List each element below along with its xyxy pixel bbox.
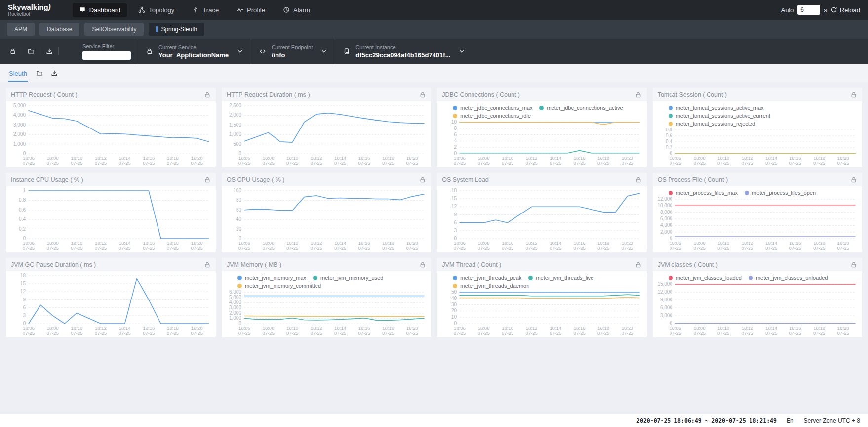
lock-icon[interactable] [204,91,211,98]
selector-current-instance[interactable]: Current Instancedf5cc29cca094af4b165d740… [335,39,473,64]
tab-tool-download-icon[interactable] [51,70,58,77]
legend-item-meter-jvm-classes-loaded[interactable]: meter_jvm_classes_loaded [669,275,742,281]
dashboard-tab-row: Sleuth [0,64,868,82]
legend-dot [528,276,533,280]
selector-current-service[interactable]: Current ServiceYour_ApplicationName [138,39,251,64]
time-range[interactable]: 2020-07-25 18:06:49 ~ 2020-07-25 18:21:4… [636,417,777,424]
nav-item-profile[interactable]: Profile [230,3,272,17]
svg-text:07-25: 07-25 [238,160,250,166]
legend-item-meter-jvm-memory-max[interactable]: meter_jvm_memory_max [237,275,306,281]
chevron-down-icon [321,48,327,54]
legend-item-meter-process-files-open[interactable]: meter_process_files_open [745,190,816,196]
svg-text:07-25: 07-25 [71,245,82,251]
legend-item-meter-tomcat-sessions-active-max[interactable]: meter_tomcat_sessions_active_max [669,105,856,111]
svg-text:12: 12 [20,289,26,294]
svg-text:07-25: 07-25 [334,245,346,251]
tool-download-icon[interactable] [40,39,58,64]
dashboard-page-database[interactable]: Database [39,23,79,36]
server-zone[interactable]: Server Zone UTC + 8 [804,417,860,424]
selector-value: Your_ApplicationName [158,51,229,59]
svg-text:0.6: 0.6 [19,207,26,213]
legend-item-meter-process-files-max[interactable]: meter_process_files_max [669,190,738,196]
svg-text:07-25: 07-25 [741,245,753,251]
line-chart-canvas[interactable]: 5,0004,0003,0002,0001,000018:0607-2518:0… [7,102,214,166]
dashboard-page-apm[interactable]: APM [7,23,35,36]
chart-panel-os-process-file-count: OS Process File ( Count )meter_process_f… [653,173,862,252]
legend-item-meter-jdbc-connections-idle[interactable]: meter_jdbc_connections_idle [453,113,530,119]
tab-tool-folder-icon[interactable] [36,70,43,77]
legend-item-meter-jvm-threads-live[interactable]: meter_jvm_threads_live [528,275,593,281]
alarm-icon [283,6,290,13]
legend-item-meter-jdbc-connections-active[interactable]: meter_jdbc_connections_active [539,105,623,111]
line-chart-canvas[interactable]: 10.80.60.40.2018:0607-2518:0807-2518:100… [7,187,214,251]
auto-interval-input[interactable] [797,5,820,15]
line-chart-canvas[interactable]: 0.80.60.40.2018:0607-2518:0807-2518:1007… [654,127,860,166]
lock-icon[interactable] [419,261,426,268]
line-chart-canvas[interactable]: 15,00012,0009,0006,0003,000018:0607-2518… [654,281,860,336]
lock-icon[interactable] [850,91,857,98]
svg-text:6,000: 6,000 [660,216,672,221]
line-chart-canvas[interactable]: 5040302010018:0607-2518:0807-2518:1007-2… [438,289,644,336]
reload-button[interactable]: Reload [830,6,860,14]
svg-text:6: 6 [454,220,457,225]
panel-body: meter_tomcat_sessions_active_maxmeter_to… [653,101,862,167]
lock-icon[interactable] [850,176,857,183]
lock-icon[interactable] [419,176,426,183]
line-chart-canvas[interactable]: 181512963018:0607-2518:0807-2518:1007-25… [438,187,644,251]
svg-text:3,000: 3,000 [229,305,241,310]
legend-item-meter-jvm-memory-committed[interactable]: meter_jvm_memory_committed [237,283,321,289]
tool-lock-icon[interactable] [4,39,22,64]
selector-current-endpoint[interactable]: Current Endpoint/info [251,39,335,64]
svg-text:15,000: 15,000 [657,281,672,287]
service-filter-input[interactable] [82,51,131,60]
svg-text:07-25: 07-25 [454,245,466,251]
legend-item-meter-tomcat-sessions-active-current[interactable]: meter_tomcat_sessions_active_current [669,113,856,119]
tab-sleuth[interactable]: Sleuth [8,65,28,82]
svg-text:07-25: 07-25 [167,160,179,166]
dashboard-page-selfobservability[interactable]: SelfObservability [84,23,144,36]
legend-item-meter-tomcat-sessions-rejected[interactable]: meter_tomcat_sessions_rejected [669,121,856,127]
nav-item-topology[interactable]: Topology [132,3,181,17]
legend-item-meter-jvm-threads-peak[interactable]: meter_jvm_threads_peak [453,275,521,281]
legend-item-meter-jdbc-connections-max[interactable]: meter_jdbc_connections_max [453,105,532,111]
reload-icon[interactable] [830,6,837,13]
chart-panel-http-request-duration-ms: HTTP Request Duration ( ms )2,5002,0001,… [222,88,431,167]
lock-icon[interactable] [204,176,211,183]
language-switch[interactable]: En [787,417,794,424]
dashboard-page-spring-sleuth[interactable]: Spring-Sleuth [149,23,204,36]
lock-icon[interactable] [635,91,642,98]
line-chart-canvas[interactable]: 10080604020018:0607-2518:0807-2518:1007-… [223,187,429,251]
nav-item-alarm[interactable]: Alarm [276,3,316,17]
svg-text:3,000: 3,000 [660,313,672,318]
svg-text:07-25: 07-25 [47,245,59,251]
service-filter-block: Service Filter [80,39,138,64]
lock-icon[interactable] [204,261,211,268]
line-chart-canvas[interactable]: 108642018:0607-2518:0807-2518:1007-2518:… [438,119,644,166]
svg-text:07-25: 07-25 [238,330,250,336]
nav-item-dashboard[interactable]: Dashboard [73,3,127,17]
lock-icon[interactable] [635,261,642,268]
line-chart-canvas[interactable]: 181512963018:0607-2518:0807-2518:1007-25… [7,272,214,336]
legend-item-meter-jvm-threads-daemon[interactable]: meter_jvm_threads_daemon [453,283,529,289]
line-chart-canvas[interactable]: 6,0005,0004,0003,0002,0001,000018:0607-2… [223,289,429,336]
chart-panel-jvm-classes-count: JVM classes ( Count )meter_jvm_classes_l… [653,258,862,337]
app-logo[interactable]: Skywalking) Rocketbot [8,3,51,17]
line-chart-canvas[interactable]: 12,00010,0008,0006,0004,0002,000018:0607… [654,196,860,251]
svg-text:07-25: 07-25 [717,330,729,336]
panel-header: JVM classes ( Count ) [653,258,862,271]
nav-item-trace[interactable]: Trace [186,3,225,17]
svg-text:4,000: 4,000 [13,112,26,118]
svg-text:10,000: 10,000 [657,203,672,208]
chevron-down-icon [237,48,243,54]
lock-icon[interactable] [419,91,426,98]
tool-folder-icon[interactable] [22,39,40,64]
tool-refresh-icon[interactable] [59,39,77,64]
legend-dot [669,191,673,195]
panel-title: OS CPU Usage ( % ) [227,176,284,183]
svg-text:07-25: 07-25 [837,245,849,251]
lock-icon[interactable] [850,261,857,268]
lock-icon[interactable] [635,176,642,183]
line-chart-canvas[interactable]: 2,5002,0001,5001,000500018:0607-2518:080… [223,102,429,166]
legend-item-meter-jvm-classes-unloaded[interactable]: meter_jvm_classes_unloaded [749,275,828,281]
legend-item-meter-jvm-memory-used[interactable]: meter_jvm_memory_used [313,275,383,281]
